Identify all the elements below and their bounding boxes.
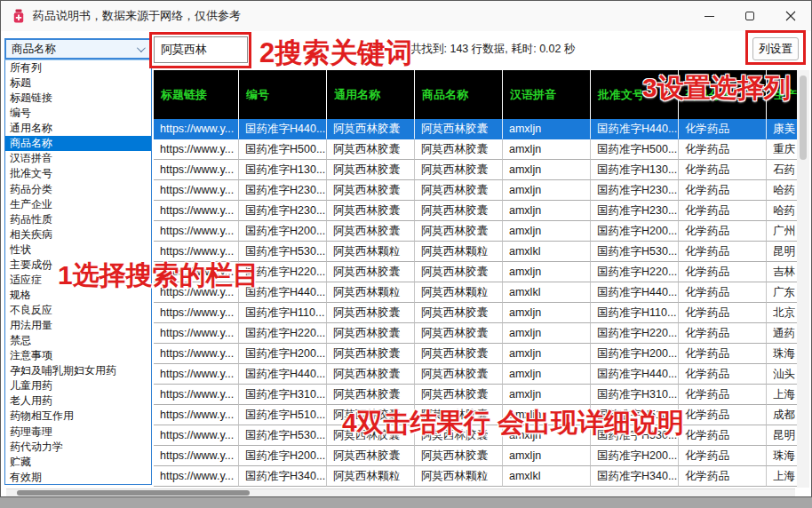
list-item[interactable]: 商品名称 xyxy=(5,136,151,151)
list-item[interactable]: 生产企业 xyxy=(5,197,151,212)
table-cell: 国药准字H230... xyxy=(239,201,327,221)
table-row[interactable]: https://www.y...国药准字H500...阿莫西林胶囊阿莫西林胶囊a… xyxy=(154,139,797,160)
column-header[interactable]: 通用名称 xyxy=(327,70,415,119)
table-cell: 国药准字H200... xyxy=(591,221,679,242)
table-cell: https://www.y... xyxy=(154,364,239,385)
table-cell: https://www.y... xyxy=(154,323,239,344)
table-cell: https://www.y... xyxy=(154,201,239,221)
list-item[interactable]: 贮藏 xyxy=(5,455,151,470)
table-cell: 阿莫西林胶囊 xyxy=(415,221,503,242)
table-cell: https://www.y... xyxy=(154,344,239,364)
table-cell: 国药准字H130... xyxy=(239,160,327,180)
desktop-edge xyxy=(0,497,812,508)
table-cell: 国药准字H440... xyxy=(239,119,327,139)
table-cell: 化学药品 xyxy=(679,446,767,466)
list-item[interactable]: 药理毒理 xyxy=(5,425,151,440)
table-cell: 国药准字H500... xyxy=(239,139,327,160)
list-item[interactable]: 标题 xyxy=(5,75,151,91)
table-cell: 国药准字H310... xyxy=(239,385,327,405)
horizontal-scrollbar-thumb[interactable] xyxy=(17,490,250,496)
table-cell: 化学药品 xyxy=(679,160,767,180)
list-item[interactable]: 注意事项 xyxy=(5,348,151,363)
close-button[interactable] xyxy=(770,1,811,31)
table-row[interactable]: https://www.y...国药准字H310...阿莫西林胶囊阿莫西林胶囊a… xyxy=(154,385,797,405)
table-cell: 珠海 xyxy=(767,344,797,364)
table-row[interactable]: https://www.y...国药准字H440...阿莫西林胶囊阿莫西林胶囊a… xyxy=(154,119,797,139)
table-cell: 化学药品 xyxy=(679,119,767,139)
table-cell: 化学药品 xyxy=(679,405,767,425)
table-cell: 国药准字H230... xyxy=(591,180,679,201)
list-item[interactable]: 批准文号 xyxy=(5,166,151,181)
table-cell: https://www.y... xyxy=(154,139,239,160)
medicine-bottle-icon xyxy=(12,9,26,23)
table-cell: 国药准字H200... xyxy=(591,344,679,364)
list-item[interactable]: 药品分类 xyxy=(5,182,151,197)
app-window: 药品说明书，数据来源于网络，仅供参考 商品名称 阿莫西林 共找到: 143 行数… xyxy=(0,0,812,497)
list-item[interactable]: 性状 xyxy=(5,242,151,258)
table-cell: 阿莫西林胶囊 xyxy=(327,385,415,405)
table-cell: amxljn xyxy=(503,262,591,282)
table-cell: amxljn xyxy=(503,385,591,405)
list-item[interactable]: 相关疾病 xyxy=(5,227,151,242)
column-header[interactable]: 编号 xyxy=(239,70,327,119)
horizontal-scrollbar[interactable] xyxy=(6,488,795,496)
table-cell: 哈药 xyxy=(767,180,797,201)
table-cell: 阿莫西林胶囊 xyxy=(415,303,503,323)
table-row[interactable]: https://www.y...国药准字H220...阿莫西林胶囊阿莫西林胶囊a… xyxy=(154,323,797,344)
vertical-scrollbar[interactable] xyxy=(797,70,809,488)
minimize-button[interactable] xyxy=(689,1,729,31)
table-cell: 阿莫西林胶囊 xyxy=(415,262,503,282)
table-row[interactable]: https://www.y...国药准字H230...阿莫西林胶囊阿莫西林胶囊a… xyxy=(154,180,797,201)
search-column-select[interactable]: 商品名称 xyxy=(4,38,152,60)
list-item[interactable]: 不良反应 xyxy=(5,303,151,318)
table-row[interactable]: https://www.y...国药准字H110...阿莫西林胶囊阿莫西林胶囊a… xyxy=(154,303,797,323)
list-item[interactable]: 有效期 xyxy=(5,470,151,485)
table-row[interactable]: https://www.y...国药准字H200...阿莫西林胶囊阿莫西林胶囊a… xyxy=(154,221,797,242)
list-item[interactable]: 药物相互作用 xyxy=(5,409,151,424)
maximize-icon xyxy=(745,12,754,20)
list-item[interactable]: 用法用量 xyxy=(5,318,151,333)
table-cell: 康美 xyxy=(767,119,797,139)
table-cell: 国药准字H200... xyxy=(591,446,679,466)
table-cell: 石药 xyxy=(767,160,797,180)
table-cell: 阿莫西林颗粒 xyxy=(415,242,503,262)
list-item[interactable]: 所有列 xyxy=(5,60,151,75)
list-item[interactable]: 药代动力学 xyxy=(5,440,151,455)
list-item[interactable]: 药品性质 xyxy=(5,212,151,227)
table-cell: 成都 xyxy=(767,405,797,425)
table-row[interactable]: https://www.y...国药准字H200...阿莫西林胶囊阿莫西林胶囊a… xyxy=(154,344,797,364)
table-row[interactable]: https://www.y...国药准字H340...阿莫西林颗粒阿莫西林颗粒a… xyxy=(154,466,797,487)
column-header[interactable]: 汉语拼音 xyxy=(503,70,591,119)
table-cell: 国药准字H110... xyxy=(239,303,327,323)
list-item[interactable]: 通用名称 xyxy=(5,121,151,136)
column-header[interactable]: 商品名称 xyxy=(415,70,503,119)
table-row[interactable]: https://www.y...国药准字H200...阿莫西林胶囊阿莫西林胶囊a… xyxy=(154,446,797,466)
table-cell: 国药准字H220... xyxy=(591,262,679,282)
table-row[interactable]: https://www.y...国药准字H130...阿莫西林胶囊阿莫西林胶囊a… xyxy=(154,160,797,180)
list-item[interactable]: 老人用药 xyxy=(5,393,151,409)
vertical-scrollbar-thumb[interactable] xyxy=(800,75,807,160)
table-cell: 阿莫西林胶囊 xyxy=(327,201,415,221)
list-item[interactable]: 标题链接 xyxy=(5,91,151,106)
table-cell: 阿莫西林胶囊 xyxy=(415,119,503,139)
table-row[interactable]: https://www.y...国药准字H230...阿莫西林胶囊阿莫西林胶囊a… xyxy=(154,201,797,221)
list-item[interactable]: 孕妇及哺乳期妇女用药 xyxy=(5,363,151,378)
table-cell: https://www.y... xyxy=(154,160,239,180)
table-cell: 重庆 xyxy=(767,139,797,160)
list-item[interactable]: 汉语拼音 xyxy=(5,151,151,166)
table-cell: 国药准字H510... xyxy=(239,405,327,425)
table-cell: 阿莫西林胶囊 xyxy=(327,221,415,242)
annotation-step1: 1选择搜索的栏目 xyxy=(58,258,259,294)
table-cell: 阿莫西林颗粒 xyxy=(327,242,415,262)
list-item[interactable]: 儿童用药 xyxy=(5,378,151,393)
list-item[interactable]: 编号 xyxy=(5,106,151,121)
table-cell: 化学药品 xyxy=(679,242,767,262)
table-row[interactable]: https://www.y...国药准字H440...阿莫西林胶囊阿莫西林胶囊a… xyxy=(154,364,797,385)
table-cell: 国药准字H230... xyxy=(239,180,327,201)
table-cell: amxljn xyxy=(503,344,591,364)
table-cell: 国药准字H220... xyxy=(591,323,679,344)
list-item[interactable]: 禁忌 xyxy=(5,333,151,348)
maximize-button[interactable] xyxy=(729,1,770,31)
column-header[interactable]: 标题链接 xyxy=(154,70,239,119)
table-cell: 国药准字H440... xyxy=(591,119,679,139)
